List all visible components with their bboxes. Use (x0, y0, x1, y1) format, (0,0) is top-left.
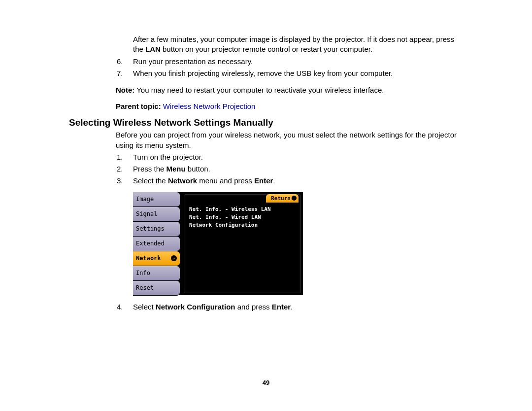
parent-topic: Parent topic: Wireless Network Projectio… (116, 102, 463, 110)
note-block: Note: You may need to restart your compu… (116, 85, 463, 95)
page-content: After a few minutes, your computer image… (0, 0, 532, 312)
parent-topic-link[interactable]: Wireless Network Projection (163, 102, 256, 110)
menu-sidebar: Image Signal Settings Extended Network ↵… (133, 192, 180, 296)
menu-tab-image: Image (133, 192, 180, 207)
list-item-6: 6. Run your presentation as necessary. (117, 57, 463, 67)
paragraph-continuation: After a few minutes, your computer image… (133, 34, 463, 55)
list-item-4: 4. Select Network Configuration and pres… (117, 302, 463, 312)
projector-menu-screenshot: Image Signal Settings Extended Network ↵… (133, 192, 303, 295)
list-item-1: 1. Turn on the projector. (117, 152, 463, 162)
section-heading: Selecting Wireless Network Settings Manu… (69, 117, 463, 128)
menu-option: Network Configuration (184, 221, 271, 229)
section-intro: Before you can project from your wireles… (116, 130, 463, 150)
menu-tab-settings: Settings (133, 222, 180, 237)
menu-tab-network: Network ↵ (133, 251, 180, 266)
list-item-2: 2. Press the Menu button. (117, 164, 463, 174)
menu-tab-signal: Signal (133, 207, 180, 222)
return-button: Return (266, 194, 299, 203)
menu-tab-info: Info (133, 266, 180, 281)
enter-icon: ↵ (171, 255, 177, 261)
list-item-3: 3. Select the Network menu and press Ent… (117, 176, 463, 186)
menu-tab-extended: Extended (133, 237, 180, 251)
page-number: 49 (0, 379, 532, 386)
list-item-7: 7. When you finish projecting wirelessly… (117, 68, 463, 78)
menu-tab-reset: Reset (133, 281, 180, 296)
menu-option: Net. Info. - Wired LAN (184, 213, 271, 221)
menu-panel: Return Net. Info. - Wireless LAN Net. In… (184, 194, 301, 293)
menu-option: Net. Info. - Wireless LAN (184, 206, 271, 213)
